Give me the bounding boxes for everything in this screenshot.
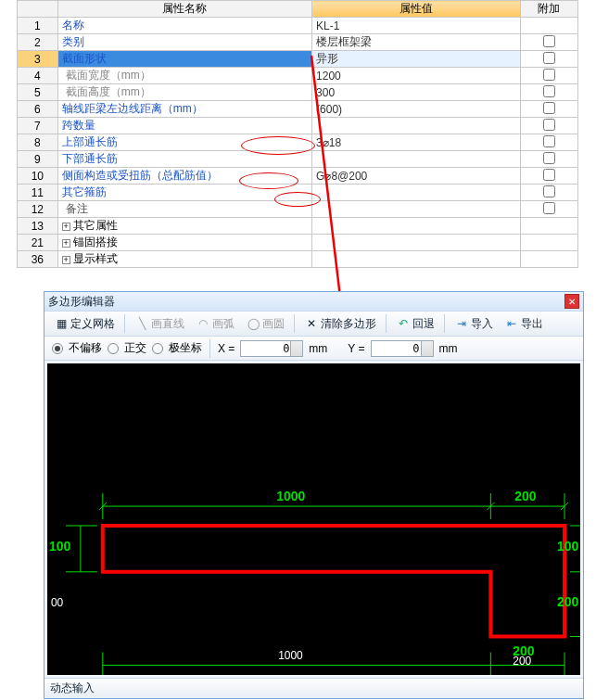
property-name[interactable]: 下部通长筋 [57,151,311,168]
property-value[interactable] [312,251,521,268]
dim-right-100: 100 [557,539,579,554]
offset-polar-radio[interactable] [152,343,163,354]
property-row[interactable]: 12备注 [18,201,578,218]
property-row[interactable]: 8上部通长筋3⌀18 [18,134,578,151]
export-button[interactable]: ⇤导出 [501,316,547,332]
property-name[interactable]: 轴线距梁左边线距离（mm） [57,101,311,118]
property-grid: 属性名称 属性值 附加 1名称KL-12类别楼层框架梁3截面形状异形4截面宽度（… [17,0,578,268]
property-row[interactable]: 36+显示样式 [18,251,578,268]
property-name[interactable]: 侧面构造或受扭筋（总配筋值） [57,168,311,185]
import-button[interactable]: ⇥导入 [450,316,497,332]
coord-bar: 不偏移 正交 极坐标 X = 0▴▾ mm Y = 0▴▾ mm [44,337,583,361]
property-value[interactable]: (600) [312,101,521,118]
property-value[interactable]: 3⌀18 [312,134,521,151]
property-row[interactable]: 6轴线距梁左边线距离（mm）(600) [18,101,578,118]
canvas[interactable]: 1000 200 100 100 200 00 1000 200 200 [47,363,580,675]
property-row[interactable]: 9下部通长筋 [18,151,578,168]
property-row[interactable]: 10侧面构造或受扭筋（总配筋值）G⌀8@200 [18,168,578,185]
property-name[interactable]: +显示样式 [57,251,311,268]
property-name[interactable]: 备注 [57,201,311,218]
extra-cell [520,235,577,251]
property-value[interactable]: 300 [312,84,521,101]
property-row[interactable]: 7跨数量 [18,118,578,134]
property-value[interactable] [312,185,521,201]
draw-arc-button[interactable]: ◠画弧 [192,316,238,332]
property-value[interactable] [312,151,521,168]
property-name[interactable]: +锚固搭接 [57,235,311,251]
property-row[interactable]: 21+锚固搭接 [18,235,578,251]
offset-ortho-radio[interactable] [108,343,119,354]
offset-none-label: 不偏移 [69,340,102,356]
clear-polygon-button[interactable]: ✕清除多边形 [300,316,380,332]
col-extra[interactable]: 附加 [520,1,577,18]
status-text: 动态输入 [50,681,95,696]
property-value[interactable]: 1200 [312,68,521,84]
row-number: 10 [18,168,58,185]
draw-line-button[interactable]: ╲画直线 [131,316,188,332]
property-row[interactable]: 3截面形状异形 [18,51,578,68]
extra-checkbox[interactable] [543,169,555,181]
property-name[interactable]: 跨数量 [57,118,311,134]
extra-checkbox[interactable] [543,35,555,47]
extra-checkbox[interactable] [543,135,555,147]
extra-cell [520,218,577,235]
property-name[interactable]: 上部通长筋 [57,134,311,151]
row-number: 5 [18,84,58,101]
undo-button[interactable]: ↶回退 [392,316,438,332]
import-icon: ⇥ [454,316,469,331]
y-input[interactable]: 0▴▾ [371,340,434,357]
property-row[interactable]: 2类别楼层框架梁 [18,34,578,51]
property-value[interactable] [312,235,521,251]
col-value[interactable]: 属性值 [312,1,521,18]
property-name[interactable]: 其它箍筋 [57,185,311,201]
offset-none-radio[interactable] [52,343,63,354]
row-number: 21 [18,235,58,251]
col-name[interactable]: 属性名称 [57,1,311,18]
y-label: Y = [348,342,364,355]
extra-cell [520,68,577,84]
extra-checkbox[interactable] [543,152,555,164]
arc-icon: ◠ [196,316,210,331]
panel-title: 多边形编辑器 [48,294,561,310]
x-input[interactable]: 0▴▾ [240,340,303,357]
editor-toolbar: ▦定义网格 ╲画直线 ◠画弧 ◯画圆 ✕清除多边形 ↶回退 ⇥导入 ⇤导出 [44,311,583,337]
property-row[interactable]: 1名称KL-1 [18,18,578,34]
extra-checkbox[interactable] [543,119,555,131]
undo-icon: ↶ [396,316,411,331]
property-row[interactable]: 5截面高度（mm）300 [18,84,578,101]
extra-checkbox[interactable] [543,202,555,214]
property-value[interactable]: 异形 [312,51,521,68]
extra-cell [520,201,577,218]
extra-checkbox[interactable] [543,185,555,197]
offset-polar-label: 极坐标 [169,340,202,356]
property-name[interactable]: 截面形状 [57,51,311,68]
property-row[interactable]: 4截面宽度（mm）1200 [18,68,578,84]
polygon-editor: 多边形编辑器 ✕ ▦定义网格 ╲画直线 ◠画弧 ◯画圆 ✕清除多边形 ↶回退 ⇥… [44,291,584,699]
property-value[interactable] [312,201,521,218]
dim-top-200: 200 [514,489,537,503]
draw-circle-button[interactable]: ◯画圆 [242,316,288,332]
property-row[interactable]: 13+其它属性 [18,218,578,235]
row-number: 4 [18,68,58,84]
property-name[interactable]: +其它属性 [57,218,311,235]
property-name[interactable]: 名称 [57,18,311,34]
extra-checkbox[interactable] [543,69,555,81]
dim-left-height: 00 [51,596,64,609]
property-value[interactable]: KL-1 [312,18,521,34]
property-name[interactable]: 截面宽度（mm） [57,68,311,84]
property-value[interactable]: G⌀8@200 [312,168,521,185]
define-grid-button[interactable]: ▦定义网格 [50,316,119,332]
extra-cell [520,185,577,201]
property-value[interactable] [312,118,521,134]
property-name[interactable]: 截面高度（mm） [57,84,311,101]
property-value[interactable] [312,218,521,235]
y-unit: mm [439,342,458,355]
property-value[interactable]: 楼层框架梁 [312,34,521,51]
extra-checkbox[interactable] [543,102,555,114]
property-row[interactable]: 11其它箍筋 [18,185,578,201]
dim-top-1000: 1000 [276,489,305,503]
close-button[interactable]: ✕ [564,294,579,309]
extra-checkbox[interactable] [543,52,555,64]
property-name[interactable]: 类别 [57,34,311,51]
extra-checkbox[interactable] [543,85,555,97]
